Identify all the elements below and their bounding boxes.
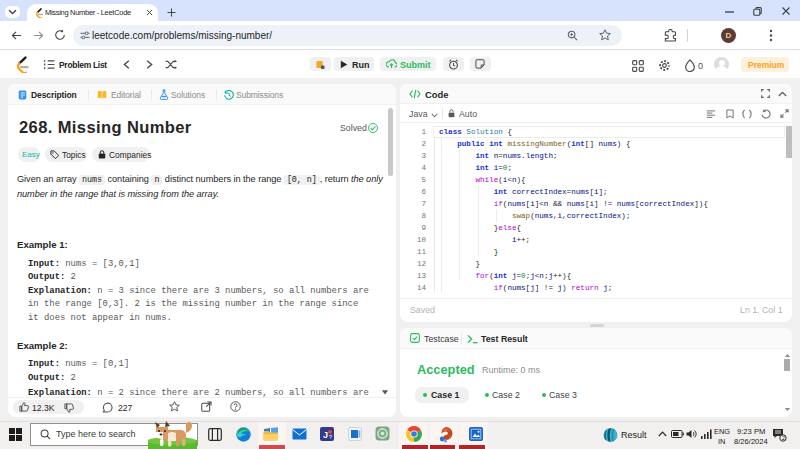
svg-text:J: J	[323, 430, 328, 440]
